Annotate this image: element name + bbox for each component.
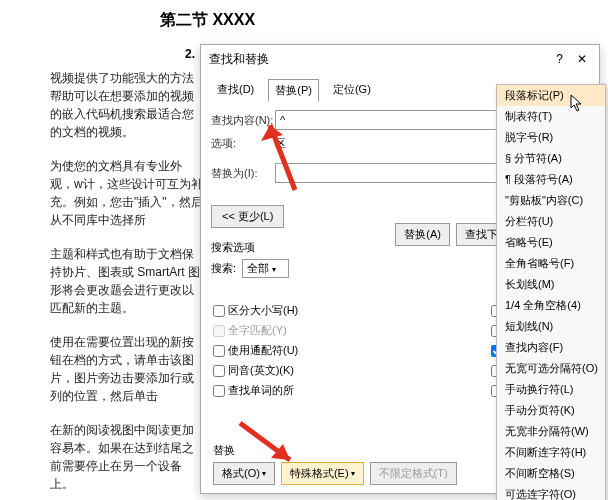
menu-item-en-dash[interactable]: 短划线(N): [497, 316, 605, 337]
menu-item-em-dash[interactable]: 长划线(M): [497, 274, 605, 295]
close-icon[interactable]: ✕: [577, 45, 587, 73]
wildcard-checkbox[interactable]: 使用通配符(U): [213, 343, 298, 358]
match-case-checkbox[interactable]: 区分大小写(H): [213, 303, 298, 318]
no-format-button[interactable]: 不限定格式(T): [370, 462, 457, 485]
menu-item-nowidth-nonbreak[interactable]: 无宽非分隔符(W): [497, 421, 605, 442]
search-direction-select[interactable]: 全部 ▾: [242, 259, 289, 278]
doc-paragraph: 在新的阅读视图中阅读更加容易本。如果在达到结尾之前需要停止在另一个设备上。: [50, 421, 205, 493]
less-options-button[interactable]: << 更少(L): [211, 205, 284, 228]
help-icon[interactable]: ?: [556, 45, 563, 73]
chevron-down-icon: ▾: [351, 469, 355, 478]
mouse-cursor-icon: [570, 94, 584, 114]
tab-replace[interactable]: 替换(P): [268, 79, 319, 102]
doc-paragraph: 使用在需要位置出现的新按钮在档的方式，请单击该图片，图片旁边击要添加行或列的位置…: [50, 333, 205, 405]
menu-item-nowidth-optional[interactable]: 无宽可选分隔符(O): [497, 358, 605, 379]
menu-item-caret[interactable]: 脱字号(R): [497, 127, 605, 148]
menu-item-nonbreak-space[interactable]: 不间断空格(S): [497, 463, 605, 484]
menu-item-paragraph-symbol[interactable]: ¶ 段落符号(A): [497, 169, 605, 190]
menu-item-section-break[interactable]: § 分节符(A): [497, 148, 605, 169]
menu-item-column-break[interactable]: 分栏符(U): [497, 211, 605, 232]
chevron-down-icon: ▾: [272, 265, 276, 274]
menu-item-clipboard[interactable]: "剪贴板"内容(C): [497, 190, 605, 211]
doc-paragraph: 为使您的文档具有专业外观，w计，这些设计可互为补充。例如，您击"插入"，然后从不…: [50, 157, 205, 229]
search-direction-label: 搜索:: [211, 261, 236, 276]
menu-item-quarter-em[interactable]: 1/4 全角空格(4): [497, 295, 605, 316]
menu-item-optional-hyphen[interactable]: 可选连字符(O): [497, 484, 605, 500]
dialog-title-text: 查找和替换: [209, 45, 269, 73]
menu-item-manual-page-break[interactable]: 手动分页符(K): [497, 400, 605, 421]
special-format-dropdown: 段落标记(P) 制表符(T) 脱字号(R) § 分节符(A) ¶ 段落符号(A)…: [496, 84, 606, 500]
sounds-like-checkbox[interactable]: 同音(英文)(K): [213, 363, 298, 378]
menu-item-ellipsis[interactable]: 省略号(E): [497, 232, 605, 253]
replace-all-button[interactable]: 替换(A): [395, 223, 450, 246]
annotation-arrow-top: [255, 105, 315, 195]
dialog-titlebar: 查找和替换 ? ✕: [201, 45, 599, 73]
svg-marker-0: [261, 125, 283, 141]
doc-paragraph: 主题和样式也有助于文档保持协片、图表或 SmartArt 图形将会更改题会进行更…: [50, 245, 205, 317]
tab-goto[interactable]: 定位(G): [327, 79, 377, 102]
menu-item-full-ellipsis[interactable]: 全角省略号(F): [497, 253, 605, 274]
tab-find[interactable]: 查找(D): [211, 79, 260, 102]
menu-item-tab[interactable]: 制表符(T): [497, 106, 605, 127]
menu-item-nonbreak-hyphen[interactable]: 不间断连字符(H): [497, 442, 605, 463]
whole-word-checkbox[interactable]: 全字匹配(Y): [213, 323, 298, 338]
word-forms-checkbox[interactable]: 查找单词的所: [213, 383, 298, 398]
doc-paragraph: 视频提供了功能强大的方法帮助可以在想要添加的视频的嵌入代码机搜索最适合您的文档的…: [50, 69, 205, 141]
annotation-arrow-bottom: [235, 418, 315, 468]
menu-item-manual-line-break[interactable]: 手动换行符(L): [497, 379, 605, 400]
doc-section-title: 第二节 XXXX: [160, 10, 608, 31]
menu-item-find-what[interactable]: 查找内容(F): [497, 337, 605, 358]
chevron-down-icon: ▾: [262, 469, 266, 478]
menu-item-paragraph-mark[interactable]: 段落标记(P): [497, 85, 605, 106]
left-checkbox-column: 区分大小写(H) 全字匹配(Y) 使用通配符(U) 同音(英文)(K) 查找单词…: [213, 303, 298, 398]
